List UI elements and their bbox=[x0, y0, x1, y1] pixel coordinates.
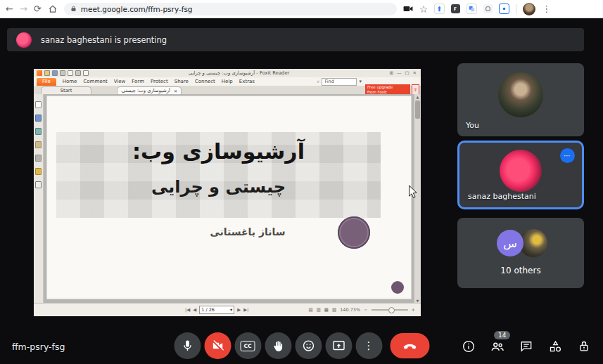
menu-home[interactable]: Home bbox=[63, 79, 77, 84]
zoom-level-text[interactable]: 140.73% bbox=[340, 307, 360, 313]
meeting-code: ffm-psry-fsg bbox=[12, 342, 65, 352]
extension-icon-5[interactable] bbox=[499, 4, 509, 14]
find-input[interactable]: Find bbox=[322, 78, 357, 86]
redo-icon[interactable] bbox=[83, 70, 89, 76]
reload-icon[interactable]: ⟳ bbox=[34, 4, 42, 13]
zoom-out-icon[interactable]: − bbox=[364, 307, 367, 313]
menu-protect[interactable]: Protect bbox=[151, 79, 168, 84]
camera-permission-icon[interactable] bbox=[403, 4, 413, 14]
bookmarks-panel-icon[interactable] bbox=[35, 115, 42, 122]
save-icon[interactable] bbox=[52, 70, 58, 76]
raise-hand-button[interactable] bbox=[265, 332, 291, 359]
next-page-icon[interactable]: ▶ bbox=[237, 307, 241, 313]
zoom-slider[interactable] bbox=[372, 309, 408, 311]
last-page-icon[interactable]: ▶| bbox=[243, 307, 248, 313]
zoom-slider-knob[interactable] bbox=[388, 307, 395, 313]
forward-icon[interactable]: → bbox=[20, 4, 27, 13]
attachments-panel-icon[interactable] bbox=[35, 155, 42, 162]
participant-tile-others[interactable]: س 10 others bbox=[457, 218, 584, 288]
shared-screen-foxit-window[interactable]: آرشیوسازی وب: چیستی و چرایی - Foxit Read… bbox=[34, 69, 421, 316]
meet-bottom-bar: ffm-psry-fsg CC ⋮ bbox=[0, 330, 603, 364]
toolbar-style-icon[interactable]: ⊞ bbox=[389, 70, 393, 76]
extension-icon-1[interactable] bbox=[434, 4, 445, 14]
address-bar[interactable]: meet.google.com/ffm-psry-fsg bbox=[64, 3, 397, 15]
email-icon[interactable] bbox=[68, 70, 73, 76]
present-screen-icon bbox=[331, 339, 345, 353]
menu-comment[interactable]: Comment bbox=[83, 79, 107, 84]
minimize-icon[interactable]: — bbox=[397, 70, 402, 76]
promo-line-1: Free upgrade bbox=[367, 85, 408, 90]
document-area[interactable]: آرشیوسازی وب: چیستی و چرایی ساناز باغستا… bbox=[44, 94, 414, 304]
page-number-box[interactable]: 1 / 26 ▾ bbox=[199, 306, 234, 314]
menu-connect[interactable]: Connect bbox=[195, 79, 215, 84]
restore-icon[interactable]: ▢ bbox=[405, 70, 409, 76]
menu-form[interactable]: Form bbox=[132, 79, 144, 84]
tab-close-icon[interactable]: ✕ bbox=[174, 89, 177, 93]
find-icon[interactable]: ⌕ bbox=[317, 79, 320, 84]
promo-icon[interactable]: ⇪ bbox=[412, 84, 419, 95]
find-dropdown-icon[interactable]: ▾ bbox=[359, 79, 362, 84]
reactions-button[interactable] bbox=[295, 332, 322, 359]
first-page-icon[interactable]: |◀ bbox=[185, 307, 190, 313]
zoom-in-icon[interactable]: + bbox=[412, 307, 415, 313]
extension-icon-2[interactable] bbox=[451, 4, 460, 13]
scrollbar-thumb[interactable] bbox=[415, 100, 420, 119]
menu-view[interactable]: View bbox=[114, 79, 126, 84]
you-label: You bbox=[466, 121, 479, 130]
menu-extras[interactable]: Extras bbox=[239, 79, 255, 84]
participant-tile-sanaz[interactable]: ⋯ sanaz baghestani bbox=[457, 141, 584, 209]
open-icon[interactable] bbox=[44, 70, 50, 76]
bookmark-star-icon[interactable]: ☆ bbox=[419, 4, 429, 14]
chat-icon bbox=[519, 339, 533, 353]
foxit-tabbar: Start آرشیوسازی وب: چیستی... ✕ bbox=[34, 86, 421, 94]
facing-view-icon[interactable]: ▦ bbox=[324, 307, 329, 313]
camera-off-button[interactable] bbox=[204, 332, 231, 359]
scroll-up-icon[interactable]: ▲ bbox=[414, 95, 421, 99]
print-icon[interactable] bbox=[60, 70, 65, 76]
tab-start[interactable]: Start bbox=[41, 86, 91, 94]
continuous-facing-view-icon[interactable]: ▧ bbox=[332, 307, 336, 313]
microphone-button[interactable] bbox=[174, 332, 201, 359]
pages-panel-icon[interactable] bbox=[35, 101, 42, 108]
url-text[interactable]: meet.google.com/ffm-psry-fsg bbox=[81, 5, 193, 13]
slide-title-line1: آرشیوسازی وب: bbox=[56, 139, 381, 164]
meeting-details-button[interactable] bbox=[461, 339, 476, 354]
more-options-button[interactable]: ⋮ bbox=[355, 332, 382, 359]
sanaz-label: sanaz baghestani bbox=[468, 192, 536, 201]
participants-button[interactable]: 14 bbox=[490, 339, 505, 354]
menu-share[interactable]: Share bbox=[174, 79, 189, 84]
close-icon[interactable]: ✕ bbox=[413, 70, 417, 76]
comments-panel-icon[interactable] bbox=[35, 141, 42, 148]
continuous-view-icon[interactable]: ▥ bbox=[317, 307, 321, 313]
leave-call-button[interactable] bbox=[390, 333, 429, 358]
chat-button[interactable] bbox=[519, 339, 534, 354]
prev-page-icon[interactable]: ◀ bbox=[193, 307, 196, 313]
extension-icon-3[interactable] bbox=[466, 4, 477, 14]
back-icon[interactable]: ← bbox=[6, 4, 13, 13]
tile-options-button[interactable]: ⋯ bbox=[560, 148, 575, 163]
extension-icon-4[interactable] bbox=[483, 4, 493, 13]
menu-help[interactable]: Help bbox=[222, 79, 233, 84]
participant-tile-you[interactable]: You bbox=[457, 63, 584, 136]
present-button[interactable] bbox=[325, 332, 352, 359]
home-icon[interactable] bbox=[48, 4, 58, 14]
host-controls-button[interactable] bbox=[576, 339, 592, 354]
upgrade-promo-banner[interactable]: Free upgrade from Foxit bbox=[365, 84, 410, 95]
single-page-view-icon[interactable]: ▤ bbox=[309, 307, 313, 313]
captions-button[interactable]: CC bbox=[234, 332, 261, 359]
page-navigation: |◀ ◀ 1 / 26 ▾ ▶ ▶| bbox=[185, 306, 248, 314]
tab-document[interactable]: آرشیوسازی وب: چیستی... ✕ bbox=[117, 86, 182, 94]
slide-logo-circle bbox=[338, 216, 370, 249]
foxit-window-controls[interactable]: ⊞ — ▢ ✕ bbox=[389, 70, 418, 76]
layers-panel-icon[interactable] bbox=[35, 128, 42, 135]
signature-panel-icon[interactable] bbox=[35, 181, 42, 188]
others-label: 10 others bbox=[457, 266, 584, 275]
browser-profile-avatar[interactable] bbox=[523, 3, 535, 15]
security-panel-icon[interactable] bbox=[35, 168, 42, 175]
browser-menu-icon[interactable]: ⋮ bbox=[542, 4, 551, 13]
undo-icon[interactable] bbox=[75, 70, 81, 76]
page-dropdown-icon[interactable]: ▾ bbox=[230, 307, 232, 313]
activities-button[interactable] bbox=[547, 339, 563, 354]
foxit-side-panel bbox=[34, 94, 44, 304]
menu-file[interactable]: File bbox=[37, 78, 56, 86]
